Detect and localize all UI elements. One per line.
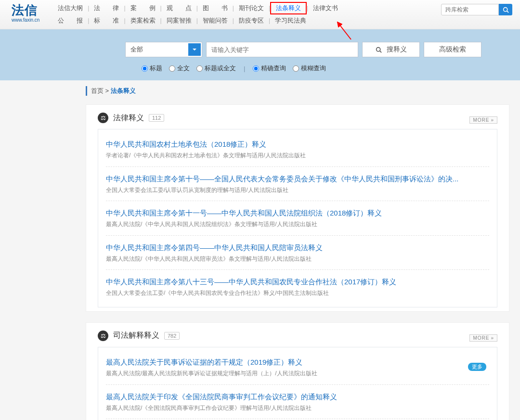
item-subtitle: 全国人大常委会法工委/《中华人民共和国农民专业合作社法》释义/中国民主法制出版社 xyxy=(106,290,489,297)
section-0: ⚖法律释义112MORE»中华人民共和国农村土地承包法（2018修正）释义学者论… xyxy=(86,104,509,312)
item-title-link[interactable]: 中华人民共和国主席令第十一号——中华人民共和国人民法院组织法（2018修订）释义 xyxy=(106,209,382,217)
item-title-link[interactable]: 中华人民共和国主席令第八十三号——中华人民共和国农民专业合作社法（2017修订）… xyxy=(106,278,396,286)
nav-link-智能问答[interactable]: 智能问答 xyxy=(198,16,233,25)
more-button[interactable]: MORE» xyxy=(469,334,497,342)
chevron-down-icon xyxy=(188,43,201,56)
nav-link-图书[interactable]: 图 书 xyxy=(198,4,233,13)
item-subtitle: 最高人民法院/《全国法院民商事审判工作会议纪要》理解与适用/人民法院出版社 xyxy=(106,405,489,412)
nav-link-观点[interactable]: 观 点 xyxy=(162,4,196,13)
logo-url: www.faxin.cn xyxy=(12,17,39,23)
nav-link-法信大纲[interactable]: 法信大纲 xyxy=(53,4,88,13)
item-title-link[interactable]: 最高人民法院关于民事诉讼证据的若干规定（2019修正）释义 xyxy=(106,358,302,366)
item-subtitle: 学者论著/《中华人民共和国农村土地承包法》条文理解与适用/人民法院出版社 xyxy=(106,152,489,160)
nav-link-标准[interactable]: 标 准 xyxy=(89,16,124,25)
nav-link-法律文书[interactable]: 法律文书 xyxy=(308,4,343,13)
svg-line-4 xyxy=(379,51,381,52)
top-nav: 法信大纲|法 律|案 例|观 点|图 书|期刊论文|法条释义|法律文书 公 报|… xyxy=(53,3,424,26)
more-button[interactable]: MORE» xyxy=(469,116,497,124)
radio-全文[interactable]: 全文 xyxy=(167,64,192,73)
nav-link-公报[interactable]: 公 报 xyxy=(53,16,88,25)
list-item: 中华人民共和国主席令第四号——中华人民共和国人民陪审员法释义最高人民法院/《中华… xyxy=(106,236,489,270)
search-icon xyxy=(503,7,509,13)
radio-标题[interactable]: 标题 xyxy=(140,64,164,73)
radio-精确查询[interactable]: 精确查询 xyxy=(251,64,288,73)
radio-input-全文[interactable] xyxy=(169,65,175,72)
item-subtitle: 全国人大常委会法工委/认罪认罚从宽制度的理解与适用/人民法院出版社 xyxy=(106,187,489,194)
radio-input-精确查询[interactable] xyxy=(253,65,259,72)
list-item: 中华人民共和国农村土地承包法（2018修正）释义学者论著/《中华人民共和国农村土… xyxy=(106,132,489,167)
search-button-label: 搜释义 xyxy=(387,45,407,54)
item-subtitle: 最高人民法院/《中华人民共和国人民陪审员法》条文理解与适用/人民法院出版社 xyxy=(106,255,489,263)
search-button[interactable]: 搜释义 xyxy=(362,42,420,57)
radio-input-模糊查询[interactable] xyxy=(293,65,299,72)
list-item: 最高人民法院关于印发《全国法院民商事审判工作会议纪要》的通知释义最高人民法院/《… xyxy=(106,385,489,420)
breadcrumb-current: 法条释义 xyxy=(111,87,136,94)
radio-input-标题[interactable] xyxy=(142,65,148,72)
list-item: 中华人民共和国主席令第十号——全国人民代表大会常务委员会关于修改《中华人民共和国… xyxy=(106,167,489,202)
scales-icon: ⚖ xyxy=(98,331,108,341)
section-count: 112 xyxy=(149,114,164,122)
top-search-button[interactable] xyxy=(499,4,512,15)
item-subtitle: 最高人民法院/最高人民法院新民事诉讼证据规定理解与适用（上）/人民法院出版社 xyxy=(106,370,489,378)
radio-模糊查询[interactable]: 模糊查询 xyxy=(291,64,328,73)
item-title-link[interactable]: 中华人民共和国农村土地承包法（2018修正）释义 xyxy=(106,140,266,148)
item-subtitle: 最高人民法院/《中华人民共和国人民法院组织法》条文理解与适用/人民法院出版社 xyxy=(106,221,489,229)
section-title: 司法解释释义 xyxy=(113,331,159,341)
logo[interactable]: 法信 www.faxin.cn xyxy=(12,4,39,23)
search-band: 全部 搜释义 高级检索 标题全文标题或全文|精确查询模糊查询 xyxy=(0,29,520,80)
search-icon xyxy=(376,47,382,53)
nav-link-法律[interactable]: 法 律 xyxy=(89,4,124,13)
top-search xyxy=(441,4,512,15)
nav-link-防疫专区[interactable]: 防疫专区 xyxy=(234,16,269,25)
svg-point-3 xyxy=(376,47,380,51)
item-title-link[interactable]: 中华人民共和国主席令第十号——全国人民代表大会常务委员会关于修改《中华人民共和国… xyxy=(106,175,459,183)
nav-link-法条释义[interactable]: 法条释义 xyxy=(270,2,307,14)
item-title-link[interactable]: 中华人民共和国主席令第四号——中华人民共和国人民陪审员法释义 xyxy=(106,243,323,252)
scales-icon: ⚖ xyxy=(98,113,108,123)
nav-link-学习民法典[interactable]: 学习民法典 xyxy=(270,16,311,25)
radio-标题或全文[interactable]: 标题或全文 xyxy=(195,64,238,73)
more-arrow-icon: » xyxy=(491,117,494,123)
item-more-badge[interactable]: 更多 xyxy=(468,363,486,371)
category-select[interactable]: 全部 xyxy=(125,42,202,57)
item-title-link[interactable]: 最高人民法院关于印发《全国法院民商事审判工作会议纪要》的通知释义 xyxy=(106,393,337,401)
radio-input-标题或全文[interactable] xyxy=(196,65,203,72)
svg-point-0 xyxy=(503,7,507,11)
category-select-value: 全部 xyxy=(130,45,143,54)
logo-text: 法信 xyxy=(12,4,39,16)
more-arrow-icon: » xyxy=(491,335,494,341)
nav-link-同案智推[interactable]: 同案智推 xyxy=(162,16,196,25)
list-item: 中华人民共和国主席令第八十三号——中华人民共和国农民专业合作社法（2017修订）… xyxy=(106,270,489,304)
section-1: ⚖司法解释释义782MORE»最高人民法院关于民事诉讼证据的若干规定（2019修… xyxy=(86,322,509,420)
breadcrumb: 首页 > 法条释义 xyxy=(86,86,509,96)
nav-link-案例[interactable]: 案 例 xyxy=(126,4,160,13)
section-title: 法律释义 xyxy=(113,113,144,123)
advanced-search-button[interactable]: 高级检索 xyxy=(424,42,481,57)
nav-link-期刊论文[interactable]: 期刊论文 xyxy=(234,4,269,13)
top-search-input[interactable] xyxy=(441,4,499,15)
list-item: 最高人民法院关于民事诉讼证据的若干规定（2019修正）释义最高人民法院/最高人民… xyxy=(106,350,489,385)
breadcrumb-home[interactable]: 首页 xyxy=(91,87,104,94)
section-count: 782 xyxy=(164,332,180,340)
search-mode-radios: 标题全文标题或全文|精确查询模糊查询 xyxy=(125,64,481,73)
keyword-input[interactable] xyxy=(206,42,358,57)
svg-line-1 xyxy=(507,11,508,12)
list-item: 中华人民共和国主席令第十一号——中华人民共和国人民法院组织法（2018修订）释义… xyxy=(106,201,489,236)
nav-link-类案检索[interactable]: 类案检索 xyxy=(126,16,160,25)
